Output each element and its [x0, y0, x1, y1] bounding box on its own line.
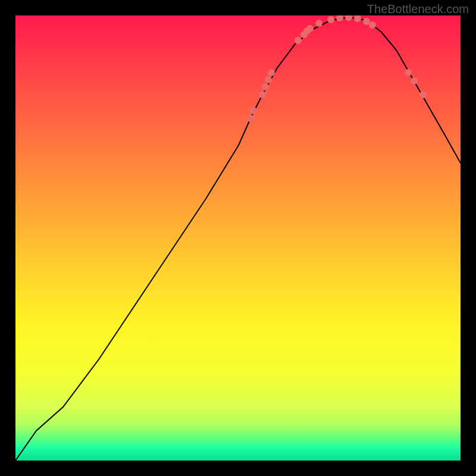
- data-point: [259, 91, 266, 98]
- chart-svg: [15, 15, 461, 461]
- data-point: [306, 25, 314, 32]
- data-point: [405, 69, 412, 76]
- data-point: [247, 115, 254, 122]
- plot-background: [15, 15, 461, 461]
- data-point: [411, 77, 418, 84]
- data-point: [295, 37, 302, 44]
- data-point: [315, 20, 322, 27]
- data-point: [327, 16, 334, 23]
- watermark-text: TheBottleneck.com: [367, 2, 469, 16]
- curve-line: [15, 17, 461, 461]
- data-points: [247, 15, 427, 122]
- data-point: [363, 18, 370, 25]
- data-point: [336, 15, 343, 21]
- data-point: [265, 76, 272, 83]
- data-point: [369, 21, 376, 29]
- data-point: [262, 83, 269, 90]
- data-point: [419, 91, 427, 98]
- data-point: [345, 15, 352, 21]
- data-point: [250, 107, 257, 114]
- data-point: [268, 69, 275, 76]
- data-point: [354, 15, 361, 22]
